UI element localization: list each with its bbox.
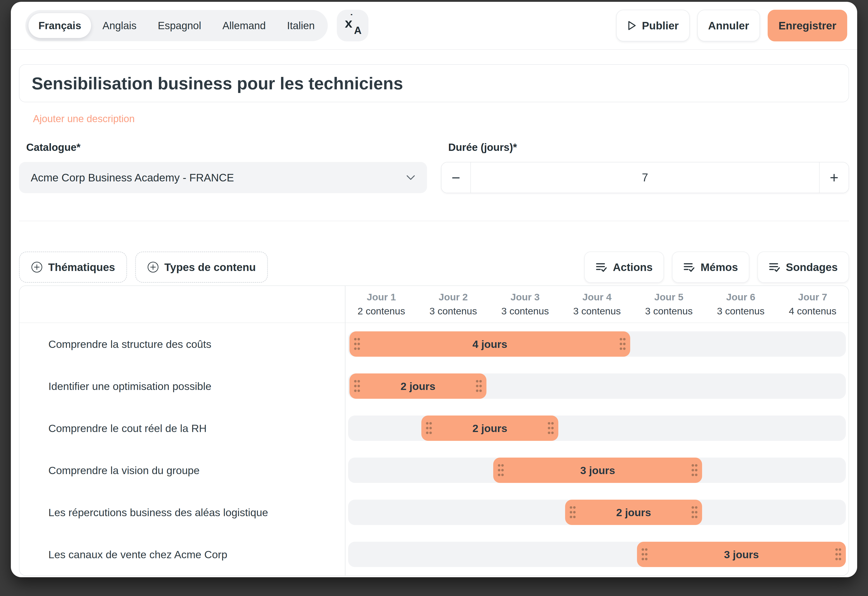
language-tab[interactable]: Anglais: [93, 13, 146, 38]
day-header: Jour 2 3 contenus: [417, 291, 489, 317]
day-header: Jour 1 2 contenus: [345, 291, 417, 317]
add-button[interactable]: Types de contenu: [135, 251, 268, 283]
plus-circle-icon: [31, 261, 43, 273]
language-tabs: FrançaisAnglaisEspagnolAllemandItalien: [25, 10, 328, 41]
gantt-bar[interactable]: 4 jours: [350, 331, 630, 357]
chevron-down-icon: [406, 175, 415, 180]
list-check-icon: [683, 262, 695, 273]
duration-input[interactable]: 7: [470, 163, 819, 193]
planner-gantt-area: 4 jours 2 jours 2 jours: [345, 323, 849, 575]
gantt-bar[interactable]: 2 jours: [421, 416, 558, 441]
content-row-label: Comprendre la structure des coûts: [19, 323, 345, 365]
language-tab[interactable]: Espagnol: [148, 13, 211, 38]
gantt-row: 2 jours: [345, 407, 849, 449]
duration-decrement-button[interactable]: −: [441, 163, 470, 193]
gantt-row: 3 jours: [345, 533, 849, 575]
gantt-row: 2 jours: [345, 365, 849, 407]
duration-label: Durée (jours)*: [448, 141, 849, 153]
panel-button[interactable]: Sondages: [757, 251, 849, 283]
desktop-background: FrançaisAnglaisEspagnolAllemandItalien x…: [0, 0, 868, 596]
duration-field: Durée (jours)* − 7 +: [441, 141, 849, 193]
add-description-link[interactable]: Ajouter une description: [33, 113, 135, 124]
drag-handle-left[interactable]: [570, 506, 576, 519]
drag-handle-right[interactable]: [691, 464, 698, 477]
content-row-label: Comprendre le cout réel de la RH: [19, 407, 345, 449]
content-row-label: Comprendre la vision du groupe: [19, 449, 345, 491]
drag-handle-left[interactable]: [642, 548, 648, 561]
planner-row-labels: Comprendre la structure des coûtsIdentif…: [19, 323, 345, 575]
drag-handle-right[interactable]: [476, 380, 482, 393]
planner-day-headers: Jour 1 2 contenus Jour 2 3 contenus Jour…: [345, 286, 849, 323]
gantt-row: 4 jours: [345, 323, 849, 365]
duration-increment-button[interactable]: +: [819, 163, 849, 193]
course-title-value: Sensibilisation business pour les techni…: [32, 74, 403, 93]
language-tab[interactable]: Italien: [277, 13, 325, 38]
day-header: Jour 7 4 contenus: [776, 291, 849, 317]
planner-header-corner: [19, 286, 345, 323]
drag-handle-left[interactable]: [498, 464, 504, 477]
catalogue-value: Acme Corp Business Academy - FRANCE: [31, 172, 234, 184]
publish-label: Publier: [642, 19, 679, 32]
add-button[interactable]: Thématiques: [19, 251, 127, 283]
planner-card: Jour 1 2 contenus Jour 2 3 contenus Jour…: [19, 285, 849, 576]
day-header: Jour 6 3 contenus: [705, 291, 776, 317]
drag-handle-left[interactable]: [354, 338, 360, 351]
language-tab[interactable]: Allemand: [213, 13, 276, 38]
content-row-label: Identifier une optimisation possible: [19, 365, 345, 407]
plus-circle-icon: [147, 261, 159, 273]
section-divider: [19, 221, 849, 221]
main-content: Sensibilisation business pour les techni…: [11, 64, 857, 576]
content-row-label: Les canaux de vente chez Acme Corp: [19, 533, 345, 575]
catalogue-select[interactable]: Acme Corp Business Academy - FRANCE: [19, 162, 427, 193]
day-header: Jour 5 3 contenus: [633, 291, 705, 317]
form-row: Catalogue* Acme Corp Business Academy - …: [19, 141, 849, 193]
panel-button[interactable]: Mémos: [672, 251, 749, 283]
translate-icon: x ˙ A: [345, 16, 360, 35]
course-title-input[interactable]: Sensibilisation business pour les techni…: [19, 64, 849, 102]
gantt-bar[interactable]: 2 jours: [565, 500, 702, 525]
drag-handle-left[interactable]: [354, 380, 360, 393]
gantt-bar[interactable]: 3 jours: [637, 542, 846, 567]
top-bar: FrançaisAnglaisEspagnolAllemandItalien x…: [11, 2, 857, 50]
save-label: Enregistrer: [778, 19, 836, 32]
gantt-bar[interactable]: 2 jours: [350, 373, 486, 399]
list-check-icon: [769, 262, 780, 273]
drag-handle-right[interactable]: [835, 548, 841, 561]
drag-handle-right[interactable]: [691, 506, 698, 519]
panel-button[interactable]: Actions: [584, 251, 664, 283]
translate-button[interactable]: x ˙ A: [337, 10, 368, 41]
gantt-row: 2 jours: [345, 491, 849, 533]
planner-toolbar: Thématiques Types de contenu Actions Mém…: [19, 251, 849, 283]
play-icon: [627, 20, 637, 31]
save-button[interactable]: Enregistrer: [768, 10, 847, 41]
cancel-label: Annuler: [708, 19, 749, 32]
catalogue-label: Catalogue*: [26, 141, 427, 153]
drag-handle-right[interactable]: [548, 422, 554, 435]
content-row-label: Les répercutions business des aléas logi…: [19, 491, 345, 533]
duration-stepper: − 7 +: [441, 162, 849, 193]
catalogue-field: Catalogue* Acme Corp Business Academy - …: [19, 141, 427, 193]
app-window: FrançaisAnglaisEspagnolAllemandItalien x…: [11, 2, 857, 577]
day-header: Jour 4 3 contenus: [561, 291, 633, 317]
publish-button[interactable]: Publier: [616, 10, 689, 41]
drag-handle-right[interactable]: [620, 338, 626, 351]
drag-handle-left[interactable]: [426, 422, 432, 435]
language-tab[interactable]: Français: [28, 13, 91, 38]
cancel-button[interactable]: Annuler: [697, 10, 760, 41]
day-header: Jour 3 3 contenus: [489, 291, 561, 317]
list-check-icon: [596, 262, 607, 273]
gantt-row: 3 jours: [345, 449, 849, 491]
gantt-bar[interactable]: 3 jours: [493, 458, 702, 483]
